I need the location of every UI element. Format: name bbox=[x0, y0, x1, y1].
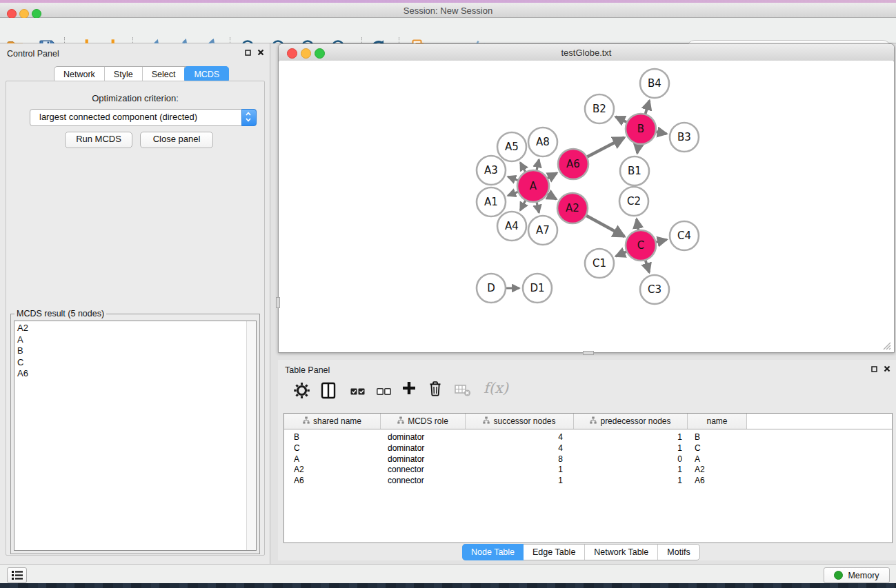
tab-style[interactable]: Style bbox=[105, 67, 143, 82]
session-title: Session: New Session bbox=[0, 6, 896, 16]
table-header: shared nameMCDS rolesuccessor nodesprede… bbox=[284, 414, 892, 429]
mcds-result-item[interactable]: A6 bbox=[14, 368, 256, 380]
scrollbar[interactable] bbox=[246, 321, 256, 550]
node-D1[interactable]: D1 bbox=[523, 274, 552, 303]
svg-text:D1: D1 bbox=[530, 282, 544, 294]
table-row[interactable]: Cdominator41C bbox=[284, 443, 892, 454]
svg-text:A8: A8 bbox=[536, 136, 550, 148]
window-edge-handle[interactable] bbox=[276, 297, 280, 308]
node-A2[interactable]: A2 bbox=[557, 193, 588, 223]
table-panel-title: Table Panel bbox=[285, 365, 330, 375]
optimization-criterion-label: Optimization criterion: bbox=[6, 93, 264, 103]
svg-text:C1: C1 bbox=[593, 257, 606, 270]
node-A8[interactable]: A8 bbox=[528, 128, 557, 156]
run-mcds-button[interactable]: Run MCDS bbox=[65, 132, 132, 148]
node-C3[interactable]: C3 bbox=[640, 275, 669, 304]
tab-edge-table[interactable]: Edge Table bbox=[524, 545, 585, 560]
svg-text:B: B bbox=[637, 123, 644, 135]
node-B2[interactable]: B2 bbox=[585, 94, 614, 123]
list-icon bbox=[12, 570, 23, 580]
edge-A6-B[interactable] bbox=[584, 138, 624, 159]
svg-text:C: C bbox=[637, 239, 644, 252]
trash-icon[interactable] bbox=[428, 381, 442, 400]
tab-select[interactable]: Select bbox=[143, 67, 186, 82]
mcds-result-box: MCDS result (5 nodes) A2ABCA6 bbox=[10, 314, 260, 554]
column-header-shared-name[interactable]: shared name bbox=[284, 414, 381, 429]
node-B4[interactable]: B4 bbox=[640, 69, 669, 98]
column-header-predecessor-nodes[interactable]: predecessor nodes bbox=[574, 414, 688, 429]
svg-text:B4: B4 bbox=[648, 77, 661, 90]
svg-text:B2: B2 bbox=[593, 103, 606, 115]
memory-label: Memory bbox=[848, 571, 879, 580]
table-tabs: Node Table Edge Table Network Table Moti… bbox=[462, 544, 700, 560]
task-history-button[interactable] bbox=[7, 567, 27, 583]
network-canvas[interactable]: B4B2BB3A5A8A6B1A3AC2A1A2A4A7C4CC1C3DD1 bbox=[279, 61, 893, 352]
column-header-successor-nodes[interactable]: successor nodes bbox=[466, 414, 574, 429]
node-A3[interactable]: A3 bbox=[477, 156, 506, 185]
chevron-up-down-icon bbox=[242, 110, 255, 124]
float-panel-icon[interactable] bbox=[245, 50, 251, 56]
node-B3[interactable]: B3 bbox=[670, 123, 699, 152]
close-panel-icon[interactable] bbox=[884, 365, 890, 372]
table-body: Bdominator41BCdominator41CAdominator80AA… bbox=[284, 429, 892, 487]
svg-text:A: A bbox=[530, 180, 537, 192]
delete-table-icon[interactable] bbox=[455, 384, 471, 400]
table-row[interactable]: A2connector11A2 bbox=[284, 465, 892, 476]
mcds-result-item[interactable]: A bbox=[14, 334, 256, 346]
tab-network[interactable]: Network bbox=[54, 67, 105, 82]
show-columns-icon[interactable] bbox=[321, 382, 336, 402]
svg-text:A5: A5 bbox=[505, 141, 519, 153]
tab-node-table[interactable]: Node Table bbox=[462, 544, 524, 560]
svg-text:A7: A7 bbox=[536, 224, 550, 236]
memory-button[interactable]: Memory bbox=[824, 567, 890, 583]
node-A1[interactable]: A1 bbox=[477, 187, 506, 216]
network-graph[interactable]: B4B2BB3A5A8A6B1A3AC2A1A2A4A7C4CC1C3DD1 bbox=[279, 61, 893, 352]
node-A[interactable]: A bbox=[517, 170, 549, 202]
svg-text:C3: C3 bbox=[648, 283, 661, 296]
mcds-result-item[interactable]: A2 bbox=[14, 323, 256, 334]
table-row[interactable]: Adominator80A bbox=[284, 454, 892, 465]
edge-A2-C[interactable] bbox=[584, 214, 625, 237]
float-panel-icon[interactable] bbox=[871, 366, 877, 372]
mcds-result-item[interactable]: C bbox=[14, 357, 256, 369]
create-column-icon[interactable] bbox=[402, 381, 416, 398]
gear-icon[interactable] bbox=[293, 382, 310, 402]
select-all-columns-icon[interactable] bbox=[350, 386, 365, 398]
node-A5[interactable]: A5 bbox=[497, 132, 526, 161]
node-C[interactable]: C bbox=[626, 230, 656, 261]
tab-motifs[interactable]: Motifs bbox=[658, 545, 699, 560]
column-header-name[interactable]: name bbox=[688, 414, 747, 429]
memory-status-icon bbox=[834, 571, 843, 580]
svg-text:A2: A2 bbox=[566, 202, 579, 214]
unselect-all-columns-icon[interactable] bbox=[377, 386, 391, 398]
node-A4[interactable]: A4 bbox=[497, 212, 526, 241]
node-B1[interactable]: B1 bbox=[620, 156, 649, 185]
svg-text:D: D bbox=[487, 282, 495, 294]
function-builder-icon[interactable]: f(x) bbox=[484, 380, 508, 396]
node-A7[interactable]: A7 bbox=[528, 216, 557, 245]
node-C4[interactable]: C4 bbox=[670, 221, 699, 250]
node-C1[interactable]: C1 bbox=[585, 249, 614, 278]
column-header-MCDS-role[interactable]: MCDS role bbox=[381, 414, 466, 429]
svg-text:A6: A6 bbox=[566, 158, 580, 170]
control-panel: Control Panel Network Style Select MCDS … bbox=[0, 43, 270, 564]
node-A6[interactable]: A6 bbox=[558, 149, 588, 179]
application-window: Session: New Session bbox=[0, 0, 896, 588]
resize-grip-icon[interactable] bbox=[882, 341, 891, 350]
node-B[interactable]: B bbox=[626, 114, 656, 144]
mcds-result-list: A2ABCA6 bbox=[14, 321, 257, 551]
column-type-icon bbox=[590, 416, 597, 426]
dropdown-stepper[interactable] bbox=[241, 109, 257, 126]
close-panel-icon[interactable] bbox=[257, 49, 264, 56]
close-panel-button[interactable]: Close panel bbox=[140, 132, 213, 148]
criterion-dropdown[interactable]: largest connected component (directed) bbox=[30, 109, 257, 126]
window-edge-handle[interactable] bbox=[583, 351, 594, 355]
node-C2[interactable]: C2 bbox=[619, 187, 648, 216]
status-bar: Memory bbox=[0, 564, 896, 583]
tab-network-table[interactable]: Network Table bbox=[585, 545, 658, 560]
node-D[interactable]: D bbox=[477, 274, 506, 303]
table-row[interactable]: Bdominator41B bbox=[284, 432, 892, 443]
node-table: shared nameMCDS rolesuccessor nodesprede… bbox=[283, 413, 893, 543]
mcds-result-item[interactable]: B bbox=[14, 345, 256, 357]
table-row[interactable]: A6connector11A6 bbox=[284, 476, 892, 487]
